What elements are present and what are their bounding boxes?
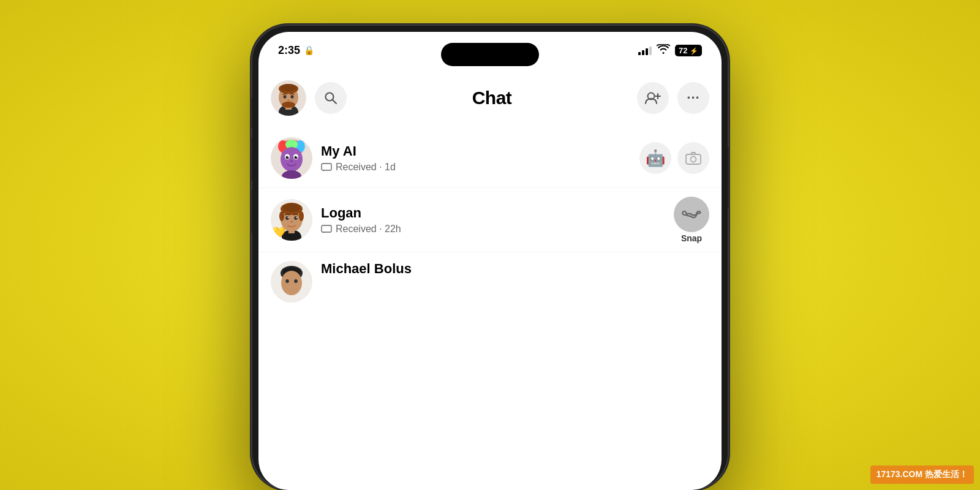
search-icon	[323, 91, 338, 105]
signal-bar-4	[649, 47, 652, 55]
svg-point-25	[288, 156, 289, 157]
battery-suffix: ⚡	[690, 47, 698, 55]
snap-label: Snap	[681, 233, 702, 243]
infinity-icon	[682, 207, 701, 222]
more-button[interactable]: ···	[677, 82, 709, 114]
add-friend-button[interactable]	[637, 82, 669, 114]
svg-point-51	[294, 279, 298, 283]
logan-avatar: 💛	[271, 199, 312, 241]
logan-status: Received · 22h	[321, 224, 665, 235]
svg-rect-29	[322, 164, 331, 170]
my-ai-actions: 🤖	[639, 142, 709, 174]
svg-point-42	[288, 217, 289, 218]
snap-circle	[674, 197, 709, 232]
watermark: 17173.COM 热爱生活！	[870, 466, 974, 484]
svg-point-44	[290, 221, 293, 223]
my-ai-status: Received · 1d	[321, 162, 631, 173]
side-button-vol-down	[251, 190, 252, 233]
svg-line-11	[333, 100, 336, 104]
side-button-power	[728, 147, 729, 208]
heart-badge: 💛	[272, 226, 285, 239]
signal-icon	[638, 45, 652, 55]
screen-lock-icon: 🔒	[304, 45, 314, 55]
message-icon	[321, 163, 332, 172]
svg-point-39	[299, 211, 304, 221]
snap-button[interactable]: Snap	[674, 197, 709, 243]
signal-bar-2	[642, 50, 644, 55]
svg-point-38	[279, 211, 284, 221]
status-right: 72 ⚡	[638, 44, 702, 57]
chat-header: Chat ···	[258, 74, 722, 123]
message-icon-logan	[321, 225, 332, 234]
side-button-vol-up	[251, 138, 252, 181]
chat-title: Chat	[355, 88, 628, 108]
chat-list: My AI Received · 1d 🤖	[258, 129, 722, 490]
time-display: 2:35	[278, 44, 300, 57]
michael-info: Michael Bolus	[321, 261, 709, 279]
user-avatar[interactable]	[271, 80, 306, 116]
svg-point-9	[287, 100, 290, 102]
my-ai-avatar	[271, 137, 312, 179]
chat-item-michael[interactable]: Michael Bolus	[258, 252, 722, 311]
svg-rect-30	[686, 154, 701, 164]
svg-point-41	[294, 216, 298, 220]
phone-frame: 2:35 🔒	[251, 24, 729, 490]
svg-point-20	[281, 147, 303, 172]
svg-point-37	[283, 203, 300, 212]
my-ai-robot-btn[interactable]: 🤖	[639, 142, 671, 174]
side-button-mute	[251, 98, 252, 129]
watermark-text: 17173.COM 热爱生活！	[876, 469, 968, 479]
svg-point-5	[281, 84, 296, 91]
chat-item-my-ai[interactable]: My AI Received · 1d 🤖	[258, 129, 722, 188]
my-ai-status-text: Received · 1d	[336, 162, 396, 173]
status-time: 2:35 🔒	[278, 44, 314, 57]
battery-value: 72	[679, 46, 687, 55]
signal-bar-1	[638, 52, 641, 55]
michael-memoji	[271, 261, 312, 303]
chat-item-logan[interactable]: 💛 Logan Received · 22h	[258, 188, 722, 252]
svg-point-40	[285, 216, 289, 220]
michael-avatar	[271, 261, 312, 303]
signal-bar-3	[646, 48, 648, 55]
my-ai-camera-btn[interactable]	[677, 142, 709, 174]
svg-point-50	[285, 279, 289, 283]
logan-name: Logan	[321, 205, 665, 221]
camera-icon	[685, 151, 701, 165]
svg-point-8	[291, 95, 294, 99]
dynamic-island	[441, 43, 539, 66]
svg-point-7	[284, 95, 287, 99]
logan-info: Logan Received · 22h	[321, 205, 665, 235]
battery-indicator: 72 ⚡	[675, 45, 702, 56]
my-ai-name: My AI	[321, 143, 631, 159]
svg-point-27	[290, 160, 293, 162]
svg-point-31	[691, 157, 696, 162]
user-memoji	[271, 80, 306, 116]
add-friend-icon	[644, 91, 662, 105]
svg-point-43	[296, 217, 298, 218]
search-button[interactable]	[315, 82, 347, 114]
phone-screen: 2:35 🔒	[258, 32, 722, 490]
michael-name: Michael Bolus	[321, 261, 709, 277]
svg-point-6	[282, 102, 295, 108]
my-ai-memoji	[271, 137, 312, 179]
svg-point-26	[296, 156, 298, 157]
svg-point-49	[281, 271, 302, 295]
wifi-icon	[657, 44, 670, 57]
my-ai-info: My AI Received · 1d	[321, 143, 631, 173]
logan-status-text: Received · 22h	[336, 224, 401, 235]
svg-rect-45	[322, 225, 331, 232]
